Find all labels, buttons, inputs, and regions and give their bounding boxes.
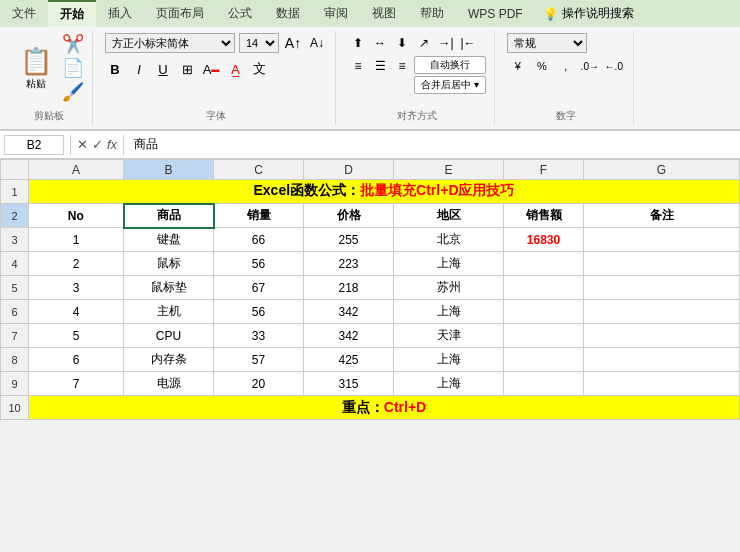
cell-b3[interactable]: 键盘: [124, 228, 214, 252]
cell-c5[interactable]: 67: [214, 276, 304, 300]
tab-wpspdf[interactable]: WPS PDF: [456, 0, 535, 27]
cell-g9[interactable]: [584, 372, 740, 396]
cell-a9[interactable]: 7: [29, 372, 124, 396]
indent-increase-button[interactable]: →|: [436, 33, 456, 53]
cell-f6[interactable]: [504, 300, 584, 324]
cell-a2[interactable]: No: [29, 204, 124, 228]
tab-file[interactable]: 文件: [0, 0, 48, 27]
decrease-font-button[interactable]: A↓: [307, 33, 327, 53]
cell-b2[interactable]: 商品: [124, 204, 214, 228]
cell-f3[interactable]: 16830: [504, 228, 584, 252]
cell-f2[interactable]: 销售额: [504, 204, 584, 228]
col-header-e[interactable]: E: [394, 160, 504, 180]
merge-center-button[interactable]: 合并后居中 ▾: [414, 76, 486, 94]
cell-g7[interactable]: [584, 324, 740, 348]
align-top-button[interactable]: ⬆: [348, 33, 368, 53]
col-header-f[interactable]: F: [504, 160, 584, 180]
comma-button[interactable]: ,: [555, 56, 577, 76]
col-header-g[interactable]: G: [584, 160, 740, 180]
cell-d5[interactable]: 218: [304, 276, 394, 300]
cell-a4[interactable]: 2: [29, 252, 124, 276]
row-num-4[interactable]: 4: [1, 252, 29, 276]
col-header-d[interactable]: D: [304, 160, 394, 180]
cell-d4[interactable]: 223: [304, 252, 394, 276]
align-left-button[interactable]: ≡: [348, 56, 368, 76]
row-num-10[interactable]: 10: [1, 396, 29, 420]
align-right-button[interactable]: ≡: [392, 56, 412, 76]
text-angle-button[interactable]: ↗: [414, 33, 434, 53]
cell-d7[interactable]: 342: [304, 324, 394, 348]
cell-f8[interactable]: [504, 348, 584, 372]
font-size-select[interactable]: 14: [239, 33, 279, 53]
cell-d8[interactable]: 425: [304, 348, 394, 372]
col-header-a[interactable]: A: [29, 160, 124, 180]
cell-c8[interactable]: 57: [214, 348, 304, 372]
font-name-select[interactable]: 方正小标宋简体: [105, 33, 235, 53]
bottom-note-cell[interactable]: 重点：Ctrl+D: [29, 396, 740, 420]
cell-g5[interactable]: [584, 276, 740, 300]
cell-b4[interactable]: 鼠标: [124, 252, 214, 276]
cell-c9[interactable]: 20: [214, 372, 304, 396]
cell-f9[interactable]: [504, 372, 584, 396]
indent-decrease-button[interactable]: |←: [458, 33, 478, 53]
cell-a5[interactable]: 3: [29, 276, 124, 300]
decrease-decimal-button[interactable]: ←.0: [603, 56, 625, 76]
bold-button[interactable]: B: [105, 59, 125, 79]
tab-review[interactable]: 审阅: [312, 0, 360, 27]
row-num-3[interactable]: 3: [1, 228, 29, 252]
tab-insert[interactable]: 插入: [96, 0, 144, 27]
cell-e6[interactable]: 上海: [394, 300, 504, 324]
cell-b6[interactable]: 主机: [124, 300, 214, 324]
cell-a6[interactable]: 4: [29, 300, 124, 324]
col-header-c[interactable]: C: [214, 160, 304, 180]
increase-decimal-button[interactable]: .0→: [579, 56, 601, 76]
row-num-1[interactable]: 1: [1, 180, 29, 204]
cell-c6[interactable]: 56: [214, 300, 304, 324]
align-bottom-button[interactable]: ⬇: [392, 33, 412, 53]
percent-button[interactable]: %: [531, 56, 553, 76]
cell-e5[interactable]: 苏州: [394, 276, 504, 300]
font-color-button[interactable]: A̲: [225, 59, 245, 79]
fill-color-button[interactable]: A▬: [201, 59, 221, 79]
cell-e4[interactable]: 上海: [394, 252, 504, 276]
cell-f7[interactable]: [504, 324, 584, 348]
italic-button[interactable]: I: [129, 59, 149, 79]
border-button[interactable]: ⊞: [177, 59, 197, 79]
cell-a8[interactable]: 6: [29, 348, 124, 372]
cell-e9[interactable]: 上海: [394, 372, 504, 396]
tab-help[interactable]: 帮助: [408, 0, 456, 27]
tab-pagelayout[interactable]: 页面布局: [144, 0, 216, 27]
increase-font-button[interactable]: A↑: [283, 33, 303, 53]
cell-g2[interactable]: 备注: [584, 204, 740, 228]
formula-input[interactable]: 商品: [130, 136, 736, 154]
cell-e8[interactable]: 上海: [394, 348, 504, 372]
wrap-text-button[interactable]: 自动换行: [414, 56, 486, 74]
cell-c3[interactable]: 66: [214, 228, 304, 252]
cell-reference-input[interactable]: B2: [4, 135, 64, 155]
cell-e7[interactable]: 天津: [394, 324, 504, 348]
row-num-7[interactable]: 7: [1, 324, 29, 348]
cell-b8[interactable]: 内存条: [124, 348, 214, 372]
confirm-formula-icon[interactable]: ✓: [92, 137, 103, 152]
row-num-9[interactable]: 9: [1, 372, 29, 396]
cell-c7[interactable]: 33: [214, 324, 304, 348]
format-painter-button[interactable]: 🖌️: [62, 81, 84, 103]
cell-c4[interactable]: 56: [214, 252, 304, 276]
cell-a3[interactable]: 1: [29, 228, 124, 252]
copy-button[interactable]: 📄: [62, 57, 84, 79]
cell-c2[interactable]: 销量: [214, 204, 304, 228]
cell-d9[interactable]: 315: [304, 372, 394, 396]
cell-a7[interactable]: 5: [29, 324, 124, 348]
underline-button[interactable]: U: [153, 59, 173, 79]
cell-f5[interactable]: [504, 276, 584, 300]
tab-data[interactable]: 数据: [264, 0, 312, 27]
cell-b7[interactable]: CPU: [124, 324, 214, 348]
cell-d6[interactable]: 342: [304, 300, 394, 324]
cell-e3[interactable]: 北京: [394, 228, 504, 252]
row-num-8[interactable]: 8: [1, 348, 29, 372]
tab-view[interactable]: 视图: [360, 0, 408, 27]
title-cell[interactable]: Excel函数公式：批量填充Ctrl+D应用技巧: [29, 180, 740, 204]
special-char-button[interactable]: 文: [249, 59, 269, 79]
cell-g4[interactable]: [584, 252, 740, 276]
cell-d2[interactable]: 价格: [304, 204, 394, 228]
